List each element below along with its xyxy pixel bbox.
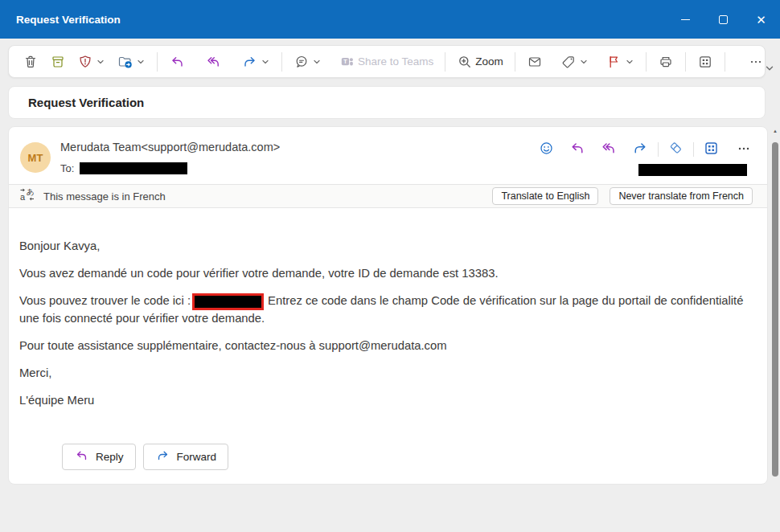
window-title: Request Verification — [0, 14, 121, 26]
delete-button[interactable] — [17, 50, 44, 74]
chevron-down-icon — [579, 57, 589, 67]
mark-unread-button[interactable] — [521, 50, 548, 74]
message-note-button[interactable] — [288, 50, 327, 74]
forward-icon — [631, 140, 649, 159]
verification-code-redaction-highlighted — [192, 293, 264, 310]
ellipsis-icon — [748, 54, 764, 70]
code-line: Vous pouvez trouver le code ici :Entrez … — [19, 293, 746, 326]
more-message-actions-button[interactable] — [733, 138, 754, 162]
minimize-button[interactable] — [667, 0, 704, 39]
share-to-teams-label: Share to Teams — [358, 55, 433, 68]
toolbar-divider — [515, 52, 515, 72]
zoom-label: Zoom — [475, 55, 503, 68]
translate-to-english-button[interactable]: Translate to English — [492, 187, 598, 205]
chat-bubble-icon — [294, 54, 310, 70]
to-label: To: — [60, 162, 74, 174]
toolbar: T Share to Teams Zoom — [8, 45, 766, 78]
header-divider — [693, 142, 694, 157]
flag-icon — [606, 54, 622, 70]
toolbar-overflow-chevron[interactable] — [762, 62, 777, 76]
window-controls: ✕ — [667, 0, 780, 39]
message-header-actions — [536, 137, 754, 162]
timestamp-redaction — [638, 164, 747, 176]
request-id-line: Vous avez demandé un code pour vérifier … — [19, 265, 746, 281]
vertical-scrollbar[interactable]: ▲ — [771, 129, 779, 482]
close-button[interactable]: ✕ — [742, 0, 780, 39]
archive-button[interactable] — [44, 50, 72, 74]
reply-action-button[interactable]: Reply — [62, 444, 136, 470]
ellipsis-icon — [736, 141, 752, 159]
recipient-redaction — [80, 162, 187, 174]
reply-all-icon — [205, 54, 222, 70]
maximize-icon — [719, 15, 728, 24]
code-line-before: Vous pouvez trouver le code ici : — [19, 294, 191, 307]
envelope-icon — [527, 54, 543, 70]
never-translate-button[interactable]: Never translate from French — [610, 187, 753, 205]
closing-line: Merci, — [19, 365, 746, 381]
forward-label: Forward — [177, 451, 217, 463]
svg-text:あ: あ — [27, 187, 35, 196]
chevron-down-icon — [261, 57, 270, 67]
chevron-down-icon — [96, 57, 105, 67]
flag-button[interactable] — [601, 50, 640, 74]
email-subject: Request Verification — [28, 96, 144, 109]
loop-apps-button[interactable] — [665, 137, 687, 162]
print-button[interactable] — [652, 50, 679, 74]
minimize-icon — [681, 19, 690, 20]
archive-icon — [50, 54, 66, 70]
toolbar-divider — [685, 52, 686, 72]
tag-icon — [560, 54, 577, 70]
reply-all-button[interactable] — [199, 50, 228, 74]
reply-label: Reply — [96, 451, 124, 463]
message-card: MT Merudata Team<support@merudata.com> T… — [8, 126, 768, 485]
zoom-button[interactable]: Zoom — [451, 50, 509, 74]
forward-button[interactable] — [236, 50, 276, 74]
signature-line: L'équipe Meru — [19, 392, 746, 408]
reply-icon — [569, 140, 586, 159]
apps-grid-icon — [703, 140, 720, 159]
greeting-line: Bonjour Kavya, — [19, 238, 746, 254]
printer-icon — [658, 54, 674, 70]
forward-action-button[interactable]: Forward — [143, 444, 229, 470]
forward-button[interactable] — [629, 137, 651, 162]
apps-grid-button[interactable] — [700, 137, 722, 162]
reply-icon — [169, 54, 186, 70]
toolbar-divider — [445, 52, 445, 72]
toolbar-divider — [281, 52, 282, 72]
email-body: Bonjour Kavya, Vous avez demandé un code… — [9, 209, 767, 408]
forward-icon — [155, 448, 170, 465]
sender-avatar[interactable]: MT — [20, 142, 51, 173]
toolbar-divider — [725, 52, 725, 72]
zoom-magnifier-icon — [457, 54, 473, 70]
trash-icon — [23, 54, 39, 70]
sender-name[interactable]: Merudata Team<support@merudata.com> — [60, 141, 280, 153]
maximize-button[interactable] — [704, 0, 742, 39]
header-divider — [658, 142, 659, 157]
shield-error-icon — [77, 54, 93, 70]
translation-notice: This message is in French — [43, 190, 166, 203]
svg-text:T: T — [343, 58, 347, 65]
apps-button[interactable] — [692, 50, 719, 74]
quick-actions: Reply Forward — [62, 444, 228, 470]
reply-button[interactable] — [163, 50, 191, 74]
scrollbar-thumb[interactable] — [772, 142, 778, 477]
add-reaction-button[interactable] — [536, 137, 557, 162]
title-bar: Request Verification ✕ — [0, 0, 780, 39]
svg-text:a: a — [20, 192, 26, 202]
translation-buttons: Translate to English Never translate fro… — [492, 187, 753, 205]
report-button[interactable] — [72, 50, 111, 74]
move-folder-icon — [117, 54, 133, 70]
categorize-button[interactable] — [555, 50, 594, 74]
toolbar-divider — [646, 52, 647, 72]
move-to-folder-button[interactable] — [111, 50, 151, 74]
chevron-down-icon — [625, 57, 634, 67]
share-to-teams-button[interactable]: T Share to Teams — [334, 50, 439, 74]
subject-card: Request Verification — [8, 86, 766, 119]
scroll-up-arrow-icon[interactable]: ▲ — [773, 129, 778, 133]
smiley-icon — [538, 140, 555, 159]
reply-all-button[interactable] — [597, 137, 620, 162]
reply-icon — [74, 448, 89, 465]
recipient-line: To: — [60, 162, 187, 174]
reply-button[interactable] — [566, 137, 589, 162]
chevron-down-icon — [764, 63, 775, 76]
